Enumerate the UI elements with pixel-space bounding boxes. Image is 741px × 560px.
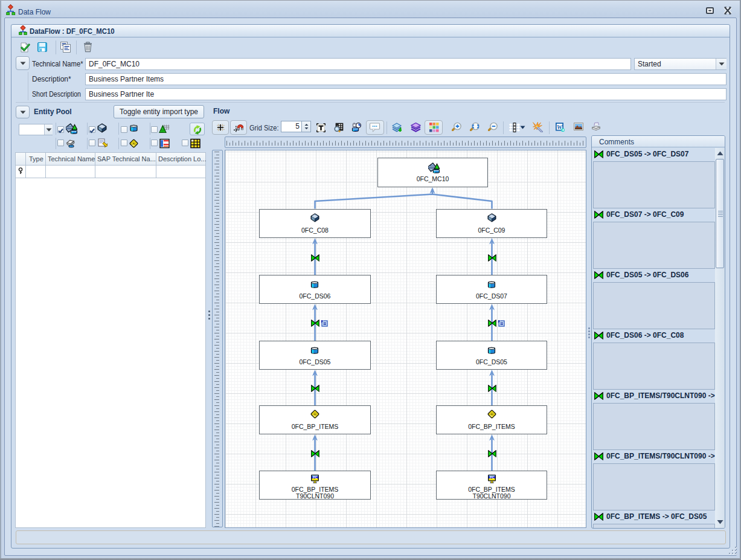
svg-text:PC: PC — [313, 475, 318, 479]
svg-text:PC: PC — [490, 475, 495, 479]
